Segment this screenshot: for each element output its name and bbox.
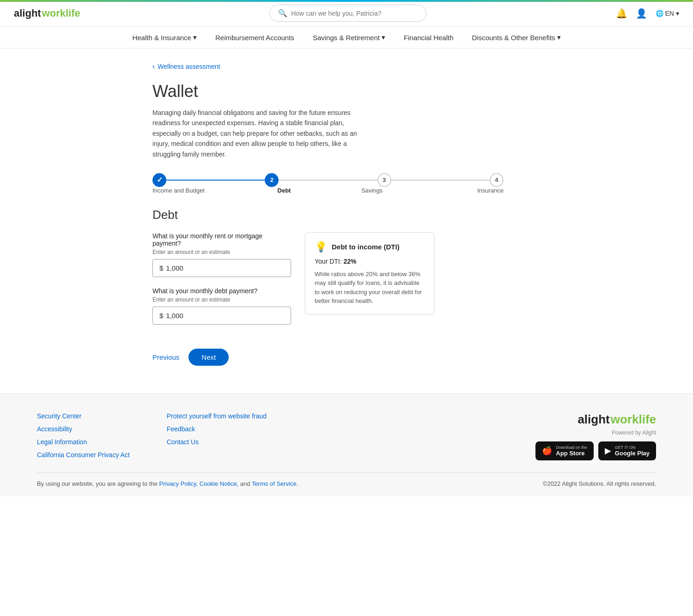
footer-top-row: Security Center Accessibility Legal Info… [37, 412, 656, 472]
chevron-down-icon: ▾ [676, 10, 679, 17]
footer-accessibility[interactable]: Accessibility [37, 425, 130, 433]
search-box[interactable]: 🔍 [269, 5, 426, 22]
nav-health-label: Health & Insurance [132, 34, 191, 42]
apple-icon: 🍎 [542, 446, 552, 456]
language-button[interactable]: 🌐 EN ▾ [656, 10, 679, 17]
footer-fraud[interactable]: Protect yourself from website fraud [167, 412, 267, 420]
footer-apps: 🍎 Download on the App Store ▶ GET IT ON … [535, 441, 656, 460]
field-group-2: What is your monthly debt payment? Enter… [152, 287, 291, 325]
footer-legal[interactable]: Legal Information [37, 438, 130, 446]
section-title: Debt [152, 208, 541, 222]
logo: alight worklife [14, 7, 80, 19]
nav-reimbursement-label: Reimbursement Accounts [215, 34, 294, 42]
footer-bottom-text: By using our website, you are agreeing t… [37, 480, 298, 487]
nav-discounts[interactable]: Discounts & Other Benefits ▾ [472, 33, 561, 42]
main-content: ‹ Wellness assessment Wallet Managing da… [139, 48, 554, 393]
nav-reimbursement[interactable]: Reimbursement Accounts [215, 34, 294, 42]
footer-ccpa[interactable]: California Consumer Privacy Act [37, 451, 130, 459]
dti-label: Your DTI: [315, 258, 342, 265]
footer-bottom: By using our website, you are agreeing t… [37, 472, 656, 487]
step-3-label: Savings [328, 187, 416, 194]
nav-bar: Health & Insurance ▾ Reimbursement Accou… [0, 27, 693, 48]
previous-button[interactable]: Previous [152, 350, 179, 364]
google-play-button[interactable]: ▶ GET IT ON Google Play [598, 441, 656, 460]
footer-brand: alight worklife Powered by Alight 🍎 Down… [535, 412, 656, 460]
nav-savings-chevron: ▾ [382, 33, 385, 42]
step-2-circle: 2 [265, 173, 279, 187]
field2-input-wrapper[interactable]: $ [152, 307, 291, 325]
app-store-text: Download on the App Store [556, 445, 587, 457]
field1-label: What is your monthly rent or mortgage pa… [152, 232, 291, 247]
field1-input[interactable] [166, 264, 284, 272]
currency-symbol-1: $ [159, 264, 163, 272]
stepper-labels: Income and Budget Debt Savings Insurance [152, 187, 504, 194]
field2-input[interactable] [166, 312, 284, 320]
form-dti-row: What is your monthly rent or mortgage pa… [152, 232, 541, 335]
footer-logo: alight worklife [578, 412, 656, 427]
field1-input-wrapper[interactable]: $ [152, 259, 291, 277]
user-icon[interactable]: 👤 [636, 8, 647, 19]
google-play-icon: ▶ [605, 446, 611, 456]
app-store-button[interactable]: 🍎 Download on the App Store [535, 441, 594, 460]
step-3-circle: 3 [377, 173, 391, 187]
footer-contact[interactable]: Contact Us [167, 438, 267, 446]
page-title: Wallet [152, 82, 541, 101]
terms-link[interactable]: Terms of Service. [252, 480, 298, 487]
dti-icon: 💡 [315, 241, 327, 253]
dti-title: Debt to income (DTI) [332, 243, 400, 251]
step-connector-2 [279, 180, 377, 181]
privacy-policy-link[interactable]: Privacy Policy, [159, 480, 198, 487]
nav-financial[interactable]: Financial Health [404, 34, 454, 42]
field2-hint: Enter an amount or an estimate [152, 296, 291, 303]
nav-financial-label: Financial Health [404, 34, 454, 42]
dti-description: While ratios above 20% and below 36% may… [315, 270, 425, 306]
footer-security[interactable]: Security Center [37, 412, 130, 420]
step-2-label: Debt [240, 187, 328, 194]
breadcrumb[interactable]: ‹ Wellness assessment [152, 62, 541, 71]
step-1-circle [152, 173, 166, 187]
form-section: What is your monthly rent or mortgage pa… [152, 232, 291, 335]
copyright: ©2022 Alight Solutions. All rights reser… [543, 480, 656, 487]
page-description: Managing daily financial obligations and… [152, 108, 370, 159]
footer-logo-worklife: worklife [611, 412, 656, 427]
cookie-notice-link[interactable]: Cookie Notice, [200, 480, 239, 487]
breadcrumb-label: Wellness assessment [158, 63, 220, 70]
stepper: 2 3 4 Income and Budget Debt Savings Ins… [152, 173, 504, 194]
header-icons: 🔔 👤 🌐 EN ▾ [616, 8, 679, 19]
currency-symbol-2: $ [159, 312, 163, 320]
step-connector-1 [166, 180, 265, 181]
step-4-label: Insurance [416, 187, 504, 194]
btn-row: Previous Next [152, 349, 541, 366]
google-play-text: GET IT ON Google Play [615, 445, 650, 457]
footer-feedback[interactable]: Feedback [167, 425, 267, 433]
dti-value: Your DTI: 22% [315, 258, 425, 265]
search-icon: 🔍 [278, 9, 287, 18]
globe-icon: 🌐 [656, 10, 663, 17]
nav-discounts-chevron: ▾ [557, 33, 561, 42]
footer-col-2: Protect yourself from website fraud Feed… [167, 412, 267, 459]
field-group-1: What is your monthly rent or mortgage pa… [152, 232, 291, 277]
step-1-label: Income and Budget [152, 187, 240, 194]
footer-powered: Powered by Alight [612, 429, 656, 436]
nav-savings-label: Savings & Retirement [313, 34, 380, 42]
dti-card: 💡 Debt to income (DTI) Your DTI: 22% Whi… [305, 232, 434, 314]
step-4-circle: 4 [490, 173, 504, 187]
step-connector-3 [391, 180, 490, 181]
next-button[interactable]: Next [188, 349, 229, 366]
logo-alight: alight [14, 7, 41, 19]
nav-discounts-label: Discounts & Other Benefits [472, 34, 555, 42]
stepper-track: 2 3 4 [152, 173, 504, 187]
footer-col-1: Security Center Accessibility Legal Info… [37, 412, 130, 459]
footer-logo-alight: alight [578, 412, 609, 427]
nav-health-chevron: ▾ [193, 33, 197, 42]
notification-icon[interactable]: 🔔 [616, 8, 627, 19]
footer-links: Security Center Accessibility Legal Info… [37, 412, 267, 459]
back-icon: ‹ [152, 62, 155, 71]
logo-worklife: worklife [42, 7, 80, 19]
field1-hint: Enter an amount or an estimate [152, 249, 291, 255]
search-input[interactable] [291, 10, 418, 17]
nav-health-insurance[interactable]: Health & Insurance ▾ [132, 33, 197, 42]
lang-label: EN [665, 10, 674, 17]
field2-label: What is your monthly debt payment? [152, 287, 291, 295]
nav-savings[interactable]: Savings & Retirement ▾ [313, 33, 385, 42]
